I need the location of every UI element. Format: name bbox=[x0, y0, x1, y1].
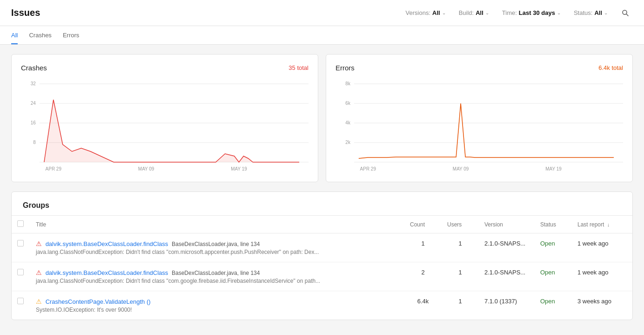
th-last-report[interactable]: Last report ↓ bbox=[572, 216, 632, 233]
status-chevron-icon: ⌄ bbox=[604, 10, 608, 15]
crashes-chart-total: 35 total bbox=[288, 64, 309, 71]
build-filter[interactable]: Build: All ⌄ bbox=[456, 7, 492, 18]
row-checkbox-1[interactable] bbox=[17, 269, 24, 275]
row-version-2: 7.1.0 (1337) bbox=[479, 291, 535, 320]
svg-text:MAY 19: MAY 19 bbox=[231, 166, 247, 171]
row-title-line-0: ⚠ dalvik.system.BaseDexClassLoader.findC… bbox=[36, 240, 399, 247]
table-row: ⚠ CrashesContentPage.ValidateLength () S… bbox=[12, 291, 632, 320]
versions-filter[interactable]: Versions: All ⌄ bbox=[403, 7, 449, 18]
build-value: All bbox=[476, 9, 483, 16]
svg-text:APR 29: APR 29 bbox=[46, 166, 62, 171]
top-bar: Issues Versions: All ⌄ Build: All ⌄ Time… bbox=[0, 0, 644, 26]
tabs-bar: All Crashes Errors bbox=[0, 26, 644, 45]
row-count-2: 6.4k bbox=[404, 291, 442, 320]
build-label: Build: bbox=[459, 9, 474, 16]
sort-arrow-icon: ↓ bbox=[607, 222, 610, 227]
row-checkbox-0[interactable] bbox=[17, 240, 24, 246]
th-version: Version bbox=[479, 216, 535, 233]
select-all-header[interactable] bbox=[12, 216, 30, 233]
svg-text:MAY 09: MAY 09 bbox=[453, 166, 469, 171]
time-label: Time: bbox=[502, 9, 517, 16]
status-badge-1: Open bbox=[540, 269, 555, 276]
status-badge-2: Open bbox=[540, 298, 555, 305]
status-badge-0: Open bbox=[540, 240, 555, 247]
svg-point-0 bbox=[623, 10, 627, 14]
time-chevron-icon: ⌄ bbox=[557, 10, 561, 15]
row-users-0: 1 bbox=[442, 233, 479, 262]
svg-text:4k: 4k bbox=[345, 120, 350, 125]
svg-text:24: 24 bbox=[31, 101, 36, 106]
crashes-chart-header: Crashes 35 total bbox=[21, 64, 309, 72]
row-last-report-2: 3 weeks ago bbox=[572, 291, 632, 320]
issue-title-link-1[interactable]: dalvik.system.BaseDexClassLoader.findCla… bbox=[46, 269, 168, 276]
svg-text:6k: 6k bbox=[345, 101, 350, 106]
row-checkbox-cell-1[interactable] bbox=[12, 262, 30, 291]
row-status-0: Open bbox=[535, 233, 572, 262]
main-content: Crashes 35 total 32 24 16 8 APR bbox=[0, 45, 644, 329]
errors-chart-card: Errors 6.4k total 8k 6k 4k 2k A bbox=[326, 54, 633, 182]
row-count-0: 1 bbox=[404, 233, 442, 262]
tab-errors[interactable]: Errors bbox=[63, 32, 79, 44]
tab-all[interactable]: All bbox=[11, 32, 18, 44]
row-checkbox-cell-2[interactable] bbox=[12, 291, 30, 320]
versions-value: All bbox=[432, 9, 440, 16]
svg-marker-14 bbox=[44, 100, 309, 162]
row-status-2: Open bbox=[535, 291, 572, 320]
groups-title: Groups bbox=[12, 192, 632, 215]
svg-text:8: 8 bbox=[33, 140, 36, 145]
th-title: Title bbox=[30, 216, 404, 233]
svg-text:APR 29: APR 29 bbox=[360, 166, 376, 171]
svg-text:MAY 09: MAY 09 bbox=[138, 166, 154, 171]
versions-chevron-icon: ⌄ bbox=[442, 10, 446, 15]
time-filter[interactable]: Time: Last 30 days ⌄ bbox=[499, 7, 564, 18]
error-icon: ⚠ bbox=[36, 269, 42, 276]
row-title-cell-1: ⚠ dalvik.system.BaseDexClassLoader.findC… bbox=[30, 262, 404, 291]
search-button[interactable] bbox=[618, 6, 633, 21]
row-users-2: 1 bbox=[442, 291, 479, 320]
crashes-chart-area: 32 24 16 8 APR 29 MAY 09 MAY 19 bbox=[21, 79, 309, 172]
errors-chart-area: 8k 6k 4k 2k APR 29 MAY 09 MAY 19 bbox=[335, 79, 623, 172]
errors-chart-total: 6.4k total bbox=[598, 64, 623, 71]
issue-subtitle-1: java.lang.ClassNotFoundException: Didn't… bbox=[36, 278, 399, 284]
warning-icon: ⚠ bbox=[36, 298, 42, 305]
row-title-line-2: ⚠ CrashesContentPage.ValidateLength () bbox=[36, 298, 399, 305]
row-title-line-1: ⚠ dalvik.system.BaseDexClassLoader.findC… bbox=[36, 269, 399, 276]
status-filter[interactable]: Status: All ⌄ bbox=[571, 7, 610, 18]
page-title: Issues bbox=[11, 7, 40, 18]
issue-file-0: BaseDexClassLoader.java, line 134 bbox=[172, 241, 260, 247]
th-count: Count bbox=[404, 216, 442, 233]
table-header-row: Title Count Users Version Status Last re… bbox=[12, 216, 632, 233]
charts-row: Crashes 35 total 32 24 16 8 APR bbox=[11, 54, 633, 182]
row-last-report-0: 1 week ago bbox=[572, 233, 632, 262]
top-bar-controls: Versions: All ⌄ Build: All ⌄ Time: Last … bbox=[403, 6, 633, 21]
time-value: Last 30 days bbox=[519, 9, 555, 16]
row-users-1: 1 bbox=[442, 262, 479, 291]
svg-text:MAY 19: MAY 19 bbox=[545, 166, 562, 171]
status-value: All bbox=[594, 9, 602, 16]
issue-title-link-2[interactable]: CrashesContentPage.ValidateLength () bbox=[46, 298, 151, 305]
svg-text:32: 32 bbox=[31, 81, 36, 86]
row-version-0: 2.1.0-SNAPS... bbox=[479, 233, 535, 262]
row-version-1: 2.1.0-SNAPS... bbox=[479, 262, 535, 291]
row-last-report-1: 1 week ago bbox=[572, 262, 632, 291]
status-label: Status: bbox=[574, 9, 592, 16]
row-checkbox-cell-0[interactable] bbox=[12, 233, 30, 262]
row-title-cell-0: ⚠ dalvik.system.BaseDexClassLoader.findC… bbox=[30, 233, 404, 262]
issue-title-link-0[interactable]: dalvik.system.BaseDexClassLoader.findCla… bbox=[46, 240, 168, 247]
crashes-chart-card: Crashes 35 total 32 24 16 8 APR bbox=[11, 54, 318, 182]
issue-subtitle-2: System.IO.IOException: It's over 9000! bbox=[36, 307, 399, 313]
versions-label: Versions: bbox=[406, 9, 430, 16]
th-status: Status bbox=[535, 216, 572, 233]
svg-text:16: 16 bbox=[31, 120, 36, 125]
errors-chart-svg: 8k 6k 4k 2k APR 29 MAY 09 MAY 19 bbox=[335, 79, 623, 172]
th-users: Users bbox=[442, 216, 479, 233]
row-checkbox-2[interactable] bbox=[17, 298, 24, 304]
table-row: ⚠ dalvik.system.BaseDexClassLoader.findC… bbox=[12, 233, 632, 262]
row-status-1: Open bbox=[535, 262, 572, 291]
groups-card: Groups Title Count Users Version Status … bbox=[11, 191, 633, 320]
select-all-checkbox[interactable] bbox=[17, 220, 24, 227]
row-title-cell-2: ⚠ CrashesContentPage.ValidateLength () S… bbox=[30, 291, 404, 320]
issue-file-1: BaseDexClassLoader.java, line 134 bbox=[172, 270, 260, 276]
crashes-chart-svg: 32 24 16 8 APR 29 MAY 09 MAY 19 bbox=[21, 79, 309, 172]
tab-crashes[interactable]: Crashes bbox=[29, 32, 51, 44]
